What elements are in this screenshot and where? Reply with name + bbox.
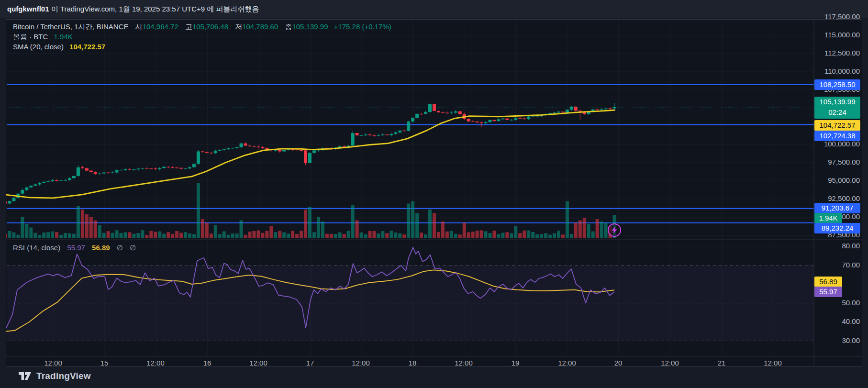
rsi-axis-tick: 50.00 [814, 298, 860, 308]
volume-bar [489, 233, 492, 238]
rsi-axis-tick: 70.00 [814, 260, 860, 270]
volume-bar [317, 217, 320, 238]
volume-bar [304, 210, 307, 238]
volume-bar [120, 233, 123, 238]
volume-bar [278, 231, 281, 238]
rsi-null-1: ∅ [117, 244, 123, 252]
volume-bar [420, 233, 423, 238]
volume-bar [411, 201, 414, 239]
volume-bar [505, 232, 509, 238]
time-axis-tick: 17 [306, 359, 314, 367]
candle-body [94, 172, 97, 174]
candle-body [231, 148, 234, 148]
rsi-axis-tick: 80.00 [814, 241, 860, 251]
volume-bar [325, 234, 329, 238]
rsi-value: 55.97 [67, 244, 85, 252]
symbol-legend-row[interactable]: Bitcoin / TetherUS, 1시간, BINANCE 시104,96… [13, 22, 391, 32]
candle-body [38, 183, 41, 184]
volume-bar [531, 232, 534, 238]
volume-bar [535, 234, 539, 238]
candle-body [261, 147, 264, 148]
time-axis-tick: 21 [718, 359, 726, 367]
candle-body [171, 167, 174, 168]
volume-bar [291, 231, 294, 238]
volume-bar [252, 231, 256, 238]
volume-bar [540, 234, 543, 238]
candle-body [501, 119, 504, 120]
candle-body [72, 176, 76, 178]
sma-legend-row[interactable]: SMA (20, close) 104,722.57 [13, 42, 391, 52]
candle-body [102, 173, 106, 174]
candle-body [389, 134, 393, 135]
lightning-icon[interactable] [608, 223, 621, 237]
rsi-label: RSI (14, close) [13, 244, 60, 252]
high-value: 105,706.48 [192, 22, 228, 31]
chart-widget[interactable] [6, 19, 862, 366]
price-axis-tick: 95,000.00 [814, 176, 860, 185]
volume-bar [42, 233, 45, 238]
publish-info-text: 이 TradingView.com, 1월 19, 2025 23:57 UTC… [49, 5, 259, 13]
price-axis-tick: 92,500.00 [814, 194, 860, 203]
volume-bar [248, 232, 251, 238]
volume-bar [6, 234, 7, 238]
candle-body [484, 122, 488, 123]
publisher-username[interactable]: qufgkwnfl01 [7, 5, 49, 13]
chart-canvas[interactable] [6, 20, 862, 366]
volume-bar [64, 233, 67, 238]
candle-body [609, 109, 612, 109]
volume-legend-row[interactable]: 볼륨 · BTC 1.94K [13, 32, 391, 42]
volume-bar [604, 223, 608, 239]
symbol-title[interactable]: Bitcoin / TetherUS, 1시간, BINANCE [13, 22, 128, 31]
candle-body [492, 120, 496, 121]
volume-bar [394, 233, 397, 238]
price-axis-tick: 115,000.00 [814, 30, 860, 40]
volume-bar [81, 210, 84, 238]
volume-bar [501, 233, 504, 238]
candle-body [120, 170, 123, 170]
price-axis-tick: 117,500.00 [814, 12, 860, 22]
candle-body [604, 109, 608, 110]
volume-bar [424, 234, 427, 238]
volume-bar [141, 230, 144, 238]
volume-bar [347, 231, 350, 238]
volume-bar [162, 233, 166, 238]
volume-bar [55, 232, 58, 238]
volume-bar [295, 234, 299, 238]
candle-body [420, 114, 423, 114]
footer-branding[interactable]: TradingView [18, 371, 91, 381]
volume-bar [269, 226, 273, 238]
candle-body [510, 120, 513, 120]
candle-body [566, 110, 569, 112]
volume-bar [244, 235, 247, 238]
candle-body [51, 180, 54, 181]
candle-body [141, 168, 144, 168]
candle-body [467, 119, 470, 121]
volume-bar [334, 234, 337, 238]
candle-body [244, 144, 247, 146]
volume-bar [29, 228, 33, 239]
candle-body [227, 148, 230, 149]
candle-body [188, 167, 191, 169]
candle-body [214, 151, 217, 153]
time-axis-tick: 19 [512, 359, 520, 367]
volume-bar [227, 235, 230, 238]
candle-body [368, 134, 372, 135]
volume-bar [51, 232, 54, 238]
candle-body [42, 182, 45, 183]
candle-body [154, 168, 157, 169]
candle-body [68, 178, 71, 180]
volume-bar [124, 233, 127, 238]
volume-bar [231, 233, 234, 238]
publish-bar: qufgkwnfl01 이 TradingView.com, 1월 19, 20… [0, 0, 868, 18]
candle-body [278, 150, 281, 151]
rsi-legend-row[interactable]: RSI (14, close) 55.97 56.89 ∅ ∅ [13, 244, 136, 252]
candle-body [115, 170, 119, 173]
volume-bar [72, 234, 76, 238]
time-axis-tick: 12:00 [44, 359, 62, 367]
volume-bar [85, 214, 89, 238]
volume-bar [240, 221, 243, 239]
candle-body [411, 118, 414, 122]
volume-bar [94, 221, 97, 239]
candle-body [124, 169, 127, 170]
volume-bar [368, 231, 372, 238]
